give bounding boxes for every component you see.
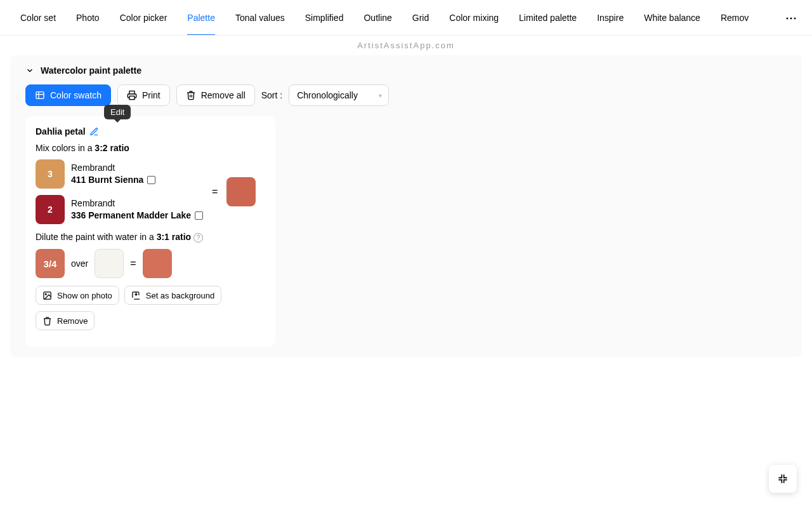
paper-swatch	[95, 249, 124, 278]
svg-rect-3	[129, 96, 134, 99]
print-button[interactable]: Print	[117, 84, 170, 106]
svg-point-5	[45, 293, 46, 295]
tab-white-balance[interactable]: White balance	[634, 0, 710, 36]
remove-all-label: Remove all	[201, 90, 246, 100]
trash-icon	[43, 316, 52, 326]
app-subtitle: ArtistAssistApp.com	[0, 41, 812, 50]
set-as-background-label: Set as background	[146, 291, 214, 300]
show-on-photo-button[interactable]: Show on photo	[36, 286, 119, 305]
chevron-down-icon: ▾	[379, 92, 382, 99]
set-as-background-button[interactable]: Set as background	[124, 286, 221, 305]
tab-grid[interactable]: Grid	[402, 0, 439, 36]
card-actions: Show on photo Set as background	[36, 286, 265, 305]
image-icon	[43, 291, 52, 300]
panel-header[interactable]: Watercolor paint palette	[25, 65, 787, 76]
sort-label: Sort :	[261, 90, 282, 100]
main-tabs: Color setPhotoColor pickerPaletteTonal v…	[0, 0, 812, 36]
card-title-row: Dahlia petal	[36, 126, 265, 137]
panel-title: Watercolor paint palette	[41, 65, 141, 76]
equals-sign: =	[212, 186, 218, 197]
mix-ratio: 3:2 ratio	[95, 143, 129, 153]
tab-palette[interactable]: Palette	[177, 0, 225, 36]
tab-inspire[interactable]: Inspire	[587, 0, 634, 36]
paint-brand: Rembrandt	[71, 197, 203, 210]
mix-prefix: Mix colors in a	[36, 143, 95, 153]
paint-list: 3Rembrandt411 Burnt Sienna 2Rembrandt336…	[36, 159, 203, 224]
mix-card: Dahlia petal Mix colors in a 3:2 ratio 3…	[25, 116, 275, 347]
show-on-photo-label: Show on photo	[57, 291, 112, 300]
sort-value: Chronologically	[297, 90, 358, 100]
palette-panel: Watercolor paint palette Color swatch Pr…	[10, 55, 802, 357]
dilute-row: 3/4 over =	[36, 249, 265, 278]
tab-color-set[interactable]: Color set	[10, 0, 66, 36]
color-swatch-label: Color swatch	[50, 90, 102, 100]
tab-photo[interactable]: Photo	[66, 0, 110, 36]
mix-ratio-line: Mix colors in a 3:2 ratio	[36, 143, 265, 153]
remove-all-button[interactable]: Remove all	[176, 84, 255, 106]
color-swatch-button[interactable]: Color swatch	[25, 84, 111, 106]
paint-row: 2Rembrandt336 Permanent Madder Lake	[36, 195, 203, 224]
mix-row: 3Rembrandt411 Burnt Sienna 2Rembrandt336…	[36, 159, 265, 224]
consistency-swatch: 3/4	[36, 249, 65, 278]
card-title: Dahlia petal	[36, 126, 86, 137]
print-icon	[127, 90, 137, 100]
background-icon	[131, 291, 141, 300]
equals-sign: =	[130, 258, 136, 269]
store-icon[interactable]	[147, 176, 155, 184]
card-actions-2: Remove	[36, 311, 265, 330]
toolbar: Color swatch Print Remove all Sort : Chr…	[25, 84, 787, 106]
tab-color-mixing[interactable]: Color mixing	[439, 0, 509, 36]
tab-simplified[interactable]: Simplified	[295, 0, 354, 36]
help-icon[interactable]: ?	[193, 233, 203, 243]
svg-rect-0	[36, 92, 44, 99]
edit-icon[interactable]	[89, 127, 99, 137]
paint-name: 336 Permanent Madder Lake	[71, 210, 203, 222]
dilute-ratio: 3:1 ratio	[157, 232, 191, 242]
tabs-more-icon[interactable]: ⋯	[780, 11, 802, 25]
final-swatch	[143, 249, 172, 278]
paint-swatch: 2	[36, 195, 65, 224]
tab-remov[interactable]: Remov	[710, 0, 759, 36]
dilute-prefix: Dilute the paint with water in a	[36, 232, 157, 242]
tab-outline[interactable]: Outline	[353, 0, 402, 36]
print-label: Print	[142, 90, 160, 100]
over-label: over	[71, 258, 88, 269]
paint-row: 3Rembrandt411 Burnt Sienna	[36, 159, 203, 189]
paint-brand: Rembrandt	[71, 162, 155, 174]
paint-swatch: 3	[36, 159, 65, 189]
dilute-line: Dilute the paint with water in a 3:1 rat…	[36, 232, 265, 243]
paint-name: 411 Burnt Sienna	[71, 174, 155, 186]
trash-icon	[186, 90, 196, 100]
result-swatch	[226, 177, 256, 206]
remove-label: Remove	[57, 316, 88, 326]
tab-limited-palette[interactable]: Limited palette	[509, 0, 587, 36]
consistency-label: 3/4	[44, 258, 57, 269]
remove-button[interactable]: Remove	[36, 311, 95, 330]
table-icon	[35, 90, 45, 100]
store-icon[interactable]	[195, 211, 203, 220]
paint-info: Rembrandt411 Burnt Sienna	[71, 162, 155, 186]
paint-info: Rembrandt336 Permanent Madder Lake	[71, 197, 203, 222]
tab-color-picker[interactable]: Color picker	[110, 0, 178, 36]
sort-select[interactable]: Chronologically ▾	[289, 84, 389, 106]
tab-tonal-values[interactable]: Tonal values	[225, 0, 295, 36]
chevron-down-icon	[25, 66, 34, 75]
